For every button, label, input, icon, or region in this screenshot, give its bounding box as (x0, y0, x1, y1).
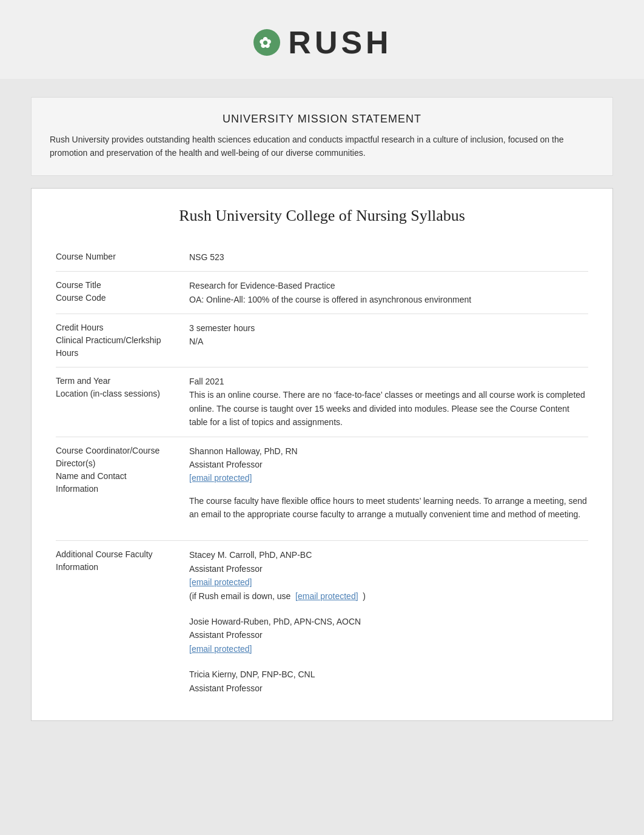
course-number-value: NSG 523 (177, 243, 588, 272)
faculty-1-alt-email-prefix: (if Rush email is down, use (189, 591, 290, 601)
faculty-2-email[interactable]: [email protected] (189, 642, 588, 656)
credit-hours-label: Credit HoursClinical Practicum/Clerkship… (56, 314, 177, 367)
course-title-value: Research for Evidence-Based Practice OA:… (177, 272, 588, 314)
term-year-row: Term and YearLocation (in-class sessions… (56, 367, 588, 437)
credit-hours-line1: 3 semester hours (189, 321, 588, 335)
logo: ✿ RUSH (252, 24, 392, 61)
faculty-2: Josie Howard-Ruben, PhD, APN-CNS, AOCN A… (189, 615, 588, 656)
faculty-1-alt-email-line: (if Rush email is down, use [email prote… (189, 589, 588, 603)
svg-text:✿: ✿ (259, 35, 275, 51)
mission-text: Rush University provides outstanding hea… (50, 133, 594, 160)
logo-area: ✿ RUSH (0, 0, 644, 79)
coordinator-email[interactable]: [email protected] (189, 471, 588, 485)
course-title-label: Course TitleCourse Code (56, 272, 177, 314)
faculty-1-alt-email[interactable]: [email protected] (295, 591, 358, 601)
mission-section: UNIVERSITY MISSION STATEMENT Rush Univer… (31, 97, 613, 176)
clinical-hours-line2: N/A (189, 335, 588, 348)
credit-hours-row: Credit HoursClinical Practicum/Clerkship… (56, 314, 588, 367)
faculty-1-alt-email-suffix: ) (363, 591, 366, 601)
faculty-2-title: Assistant Professor (189, 628, 588, 642)
term-year-label: Term and YearLocation (in-class sessions… (56, 367, 177, 437)
coordinator-label: Course Coordinator/Course Director(s)Nam… (56, 437, 177, 541)
term-value: Fall 2021 (189, 375, 588, 388)
faculty-2-name: Josie Howard-Ruben, PhD, APN-CNS, AOCN (189, 615, 588, 628)
credit-hours-value: 3 semester hours N/A (177, 314, 588, 367)
coordinator-row: Course Coordinator/Course Director(s)Nam… (56, 437, 588, 541)
logo-text: RUSH (288, 24, 392, 61)
faculty-1: Stacey M. Carroll, PhD, ANP-BC Assistant… (189, 548, 588, 603)
coordinator-title: Assistant Professor (189, 458, 588, 471)
coordinator-value: Shannon Halloway, PhD, RN Assistant Prof… (177, 437, 588, 541)
course-title-row: Course TitleCourse Code Research for Evi… (56, 272, 588, 314)
faculty-1-email[interactable]: [email protected] (189, 575, 588, 589)
mission-title: UNIVERSITY MISSION STATEMENT (50, 113, 594, 126)
additional-faculty-value: Stacey M. Carroll, PhD, ANP-BC Assistant… (177, 541, 588, 702)
additional-faculty-row: Additional Course Faculty Information St… (56, 541, 588, 702)
syllabus-title: Rush University College of Nursing Sylla… (56, 207, 588, 225)
faculty-3: Tricia Kierny, DNP, FNP-BC, CNL Assistan… (189, 668, 588, 695)
faculty-3-name: Tricia Kierny, DNP, FNP-BC, CNL (189, 668, 588, 681)
rush-logo-icon: ✿ (252, 27, 282, 58)
term-year-value: Fall 2021 This is an online course. Ther… (177, 367, 588, 437)
office-hours-note: The course faculty have flexible office … (189, 494, 588, 521)
faculty-1-title: Assistant Professor (189, 562, 588, 575)
syllabus-table: Course Number NSG 523 Course TitleCourse… (56, 243, 588, 702)
coordinator-name: Shannon Halloway, PhD, RN (189, 444, 588, 458)
additional-faculty-label: Additional Course Faculty Information (56, 541, 177, 702)
course-number-label: Course Number (56, 243, 177, 272)
syllabus-section: Rush University College of Nursing Sylla… (31, 188, 613, 721)
location-value: This is an online course. There are no ‘… (189, 388, 588, 429)
faculty-1-name: Stacey M. Carroll, PhD, ANP-BC (189, 548, 588, 562)
course-number-row: Course Number NSG 523 (56, 243, 588, 272)
faculty-3-title: Assistant Professor (189, 682, 588, 695)
course-title-line1: Research for Evidence-Based Practice (189, 279, 588, 292)
course-code-line2: OA: Online-All: 100% of the course is of… (189, 293, 588, 306)
